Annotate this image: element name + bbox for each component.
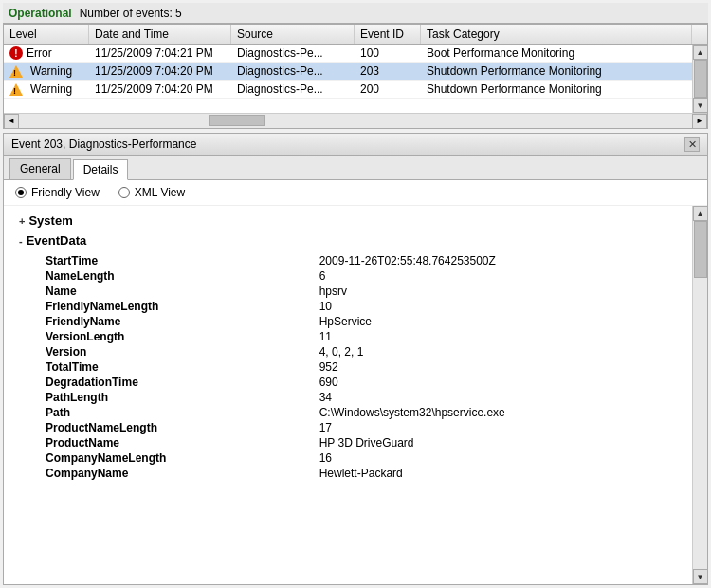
detail-scroll-down[interactable]: ▼ (693, 569, 708, 584)
table-data: ! Error 11/25/2009 7:04:21 PM Diagnostic… (4, 45, 692, 113)
table-scrollbar[interactable]: ▲ ▼ (692, 45, 707, 113)
field-value: 2009-11-26T02:55:48.764253500Z (316, 253, 677, 268)
detail-scroll-thumb[interactable] (694, 221, 707, 278)
field-key: VersionLength (19, 329, 316, 344)
field-value: C:\Windows\system32\hpservice.exe (316, 405, 677, 420)
taskcategory-cell: Shutdown Performance Monitoring (421, 63, 692, 80)
event-data-content: + System - EventData StartTime2009-11-26… (4, 206, 692, 584)
taskcategory-cell: Boot Performance Monitoring (421, 45, 692, 62)
field-value: 17 (316, 420, 677, 435)
event-data-wrapper: + System - EventData StartTime2009-11-26… (4, 206, 707, 584)
detail-header: Event 203, Diagnostics-Performance ✕ (4, 134, 707, 156)
friendly-view-label: Friendly View (31, 186, 100, 199)
event-field-row: FriendlyNameHpService (19, 314, 677, 329)
level-label: Warning (30, 83, 72, 96)
table-row[interactable]: ! Error 11/25/2009 7:04:21 PM Diagnostic… (4, 45, 692, 63)
detail-panel: Event 203, Diagnostics-Performance ✕ Gen… (3, 133, 708, 585)
field-key: FriendlyNameLength (19, 299, 316, 314)
scroll-up-arrow[interactable]: ▲ (693, 45, 708, 60)
top-bar: Operational Number of events: 5 (3, 3, 708, 24)
xml-view-option[interactable]: XML View (118, 186, 185, 199)
friendly-view-option[interactable]: Friendly View (15, 186, 100, 199)
col-header-taskcategory[interactable]: Task Category (421, 25, 692, 44)
system-section-header: + System (19, 213, 677, 228)
operational-label: Operational (9, 7, 72, 20)
field-key: NameLength (19, 268, 316, 284)
field-key: FriendlyName (19, 314, 316, 329)
event-field-row: ProductNameHP 3D DriveGuard (19, 435, 677, 450)
event-field-row: VersionLength11 (19, 329, 677, 344)
level-label: Error (27, 46, 52, 60)
detail-scroll-up[interactable]: ▲ (693, 206, 708, 221)
col-header-level[interactable]: Level (4, 25, 89, 44)
close-button[interactable]: ✕ (684, 137, 700, 152)
event-field-row: NameLength6 (19, 268, 677, 284)
scroll-right-arrow[interactable]: ► (692, 114, 707, 129)
field-value: 10 (316, 299, 677, 314)
eventdata-section-label: EventData (27, 233, 87, 248)
eventid-cell: 200 (355, 81, 421, 98)
datetime-cell: 11/25/2009 7:04:21 PM (89, 45, 231, 62)
scroll-thumb[interactable] (694, 60, 707, 98)
eventdata-expand-icon[interactable]: - (19, 235, 23, 247)
field-key: CompanyNameLength (19, 450, 316, 466)
event-field-row: PathLength34 (19, 390, 677, 405)
event-field-row: StartTime2009-11-26T02:55:48.764253500Z (19, 253, 677, 268)
event-field-row: CompanyNameLength16 (19, 450, 677, 466)
field-key: PathLength (19, 390, 316, 405)
tab-details[interactable]: Details (73, 159, 129, 180)
col-header-source[interactable]: Source (231, 25, 355, 44)
table-header: Level Date and Time Source Event ID Task… (4, 25, 707, 45)
level-cell-warning2: Warning (4, 81, 89, 98)
col-header-datetime[interactable]: Date and Time (89, 25, 231, 44)
scroll-down-arrow[interactable]: ▼ (693, 98, 708, 113)
field-value: HP 3D DriveGuard (316, 435, 677, 450)
detail-title: Event 203, Diagnostics-Performance (11, 138, 196, 151)
events-panel: Level Date and Time Source Event ID Task… (3, 24, 708, 129)
warning-icon (9, 83, 23, 96)
field-key: TotalTime (19, 359, 316, 375)
field-value: 952 (316, 359, 677, 375)
field-value: HpService (316, 314, 677, 329)
horiz-scroll-thumb[interactable] (209, 115, 265, 126)
event-field-row: DegradationTime690 (19, 375, 677, 390)
datetime-cell: 11/25/2009 7:04:20 PM (89, 63, 231, 80)
xml-view-radio[interactable] (118, 187, 130, 198)
event-field-row: FriendlyNameLength10 (19, 299, 677, 314)
field-key: CompanyName (19, 466, 316, 481)
eventid-cell: 100 (355, 45, 421, 62)
source-cell: Diagnostics-Pe... (231, 63, 355, 80)
detail-scrollbar[interactable]: ▲ ▼ (692, 206, 707, 584)
col-header-eventid[interactable]: Event ID (355, 25, 421, 44)
warning-icon (9, 65, 23, 78)
eventdata-section-header: - EventData (19, 233, 677, 248)
event-field-row: ProductNameLength17 (19, 420, 677, 435)
table-row[interactable]: Warning 11/25/2009 7:04:20 PM Diagnostic… (4, 63, 692, 81)
field-key: Path (19, 405, 316, 420)
level-label: Warning (30, 64, 72, 78)
table-row[interactable]: Warning 11/25/2009 7:04:20 PM Diagnostic… (4, 81, 692, 99)
friendly-view-radio[interactable] (15, 187, 27, 198)
event-field-row: TotalTime952 (19, 359, 677, 375)
datetime-cell: 11/25/2009 7:04:20 PM (89, 81, 231, 98)
scroll-track (693, 60, 707, 98)
level-cell-error: ! Error (4, 45, 89, 62)
field-key: Version (19, 344, 316, 359)
detail-scroll-track (693, 221, 707, 569)
field-value: hpsrv (316, 284, 677, 299)
event-count: Number of events: 5 (80, 7, 182, 20)
field-value: Hewlett-Packard (316, 466, 677, 481)
horiz-scrollbar: ◄ ► (4, 113, 707, 128)
system-expand-icon[interactable]: + (19, 215, 25, 227)
tabs-row: General Details (4, 156, 707, 180)
eventid-cell: 203 (355, 63, 421, 80)
taskcategory-cell: Shutdown Performance Monitoring (421, 81, 692, 98)
table-scroll-area: ! Error 11/25/2009 7:04:21 PM Diagnostic… (4, 45, 707, 113)
xml-view-label: XML View (135, 186, 185, 199)
event-field-row: CompanyNameHewlett-Packard (19, 466, 677, 481)
field-key: DegradationTime (19, 375, 316, 390)
field-value: 11 (316, 329, 677, 344)
tab-general[interactable]: General (9, 158, 71, 179)
scroll-left-arrow[interactable]: ◄ (4, 114, 19, 129)
field-value: 690 (316, 375, 677, 390)
